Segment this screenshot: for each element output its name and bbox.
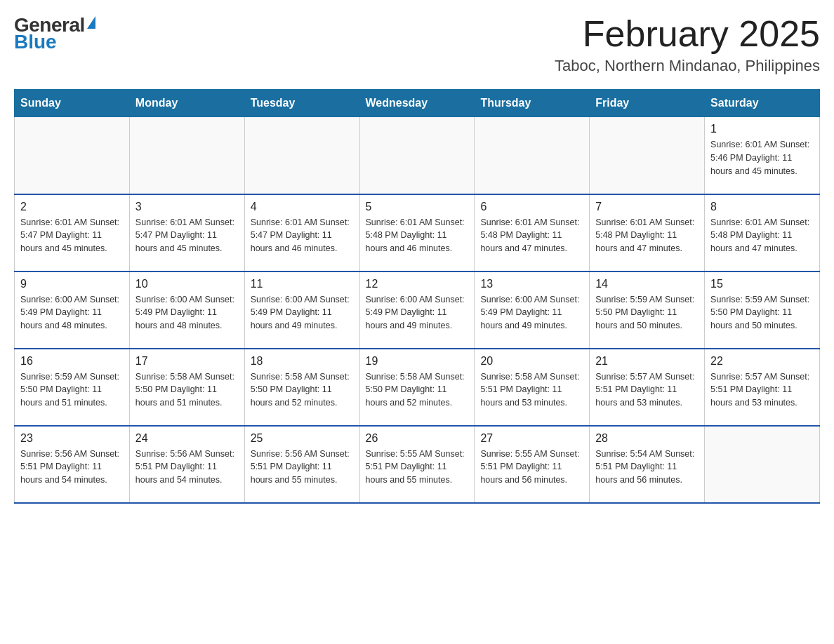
day-cell: 4Sunrise: 6:01 AM Sunset: 5:47 PM Daylig…	[244, 194, 359, 271]
day-cell: 2Sunrise: 6:01 AM Sunset: 5:47 PM Daylig…	[15, 194, 130, 271]
day-cell	[244, 117, 359, 194]
week-row-1: 1Sunrise: 6:01 AM Sunset: 5:46 PM Daylig…	[15, 117, 820, 194]
day-info: Sunrise: 5:55 AM Sunset: 5:51 PM Dayligh…	[480, 448, 583, 487]
week-row-4: 16Sunrise: 5:59 AM Sunset: 5:50 PM Dayli…	[15, 349, 820, 426]
day-cell: 7Sunrise: 6:01 AM Sunset: 5:48 PM Daylig…	[590, 194, 705, 271]
day-cell	[475, 117, 590, 194]
day-cell: 25Sunrise: 5:56 AM Sunset: 5:51 PM Dayli…	[244, 426, 359, 503]
day-cell	[590, 117, 705, 194]
day-number: 28	[595, 432, 699, 445]
logo: General Blue	[14, 14, 95, 53]
day-number: 7	[595, 201, 699, 213]
day-number: 27	[480, 432, 583, 445]
day-info: Sunrise: 6:01 AM Sunset: 5:46 PM Dayligh…	[710, 138, 814, 177]
day-info: Sunrise: 6:00 AM Sunset: 5:49 PM Dayligh…	[135, 293, 239, 333]
day-cell: 8Sunrise: 6:01 AM Sunset: 5:48 PM Daylig…	[705, 194, 820, 271]
day-number: 9	[20, 278, 124, 290]
logo-blue-text: Blue	[14, 31, 57, 53]
weekday-header-monday: Monday	[129, 90, 244, 117]
day-cell: 28Sunrise: 5:54 AM Sunset: 5:51 PM Dayli…	[590, 426, 705, 503]
day-cell: 22Sunrise: 5:57 AM Sunset: 5:51 PM Dayli…	[705, 349, 820, 426]
weekday-header-thursday: Thursday	[475, 90, 590, 117]
weekday-header-sunday: Sunday	[15, 90, 130, 117]
day-info: Sunrise: 5:56 AM Sunset: 5:51 PM Dayligh…	[135, 448, 239, 487]
day-info: Sunrise: 6:00 AM Sunset: 5:49 PM Dayligh…	[480, 293, 583, 333]
day-cell: 16Sunrise: 5:59 AM Sunset: 5:50 PM Dayli…	[15, 349, 130, 426]
day-info: Sunrise: 5:56 AM Sunset: 5:51 PM Dayligh…	[251, 448, 354, 487]
day-number: 18	[251, 355, 354, 368]
day-cell: 9Sunrise: 6:00 AM Sunset: 5:49 PM Daylig…	[15, 271, 130, 349]
day-info: Sunrise: 6:00 AM Sunset: 5:49 PM Dayligh…	[20, 293, 124, 333]
day-cell: 15Sunrise: 5:59 AM Sunset: 5:50 PM Dayli…	[705, 271, 820, 349]
page-header: General Blue February 2025 Taboc, Northe…	[14, 14, 820, 75]
logo-triangle-icon	[87, 16, 95, 29]
day-info: Sunrise: 6:01 AM Sunset: 5:48 PM Dayligh…	[595, 216, 699, 255]
day-cell: 23Sunrise: 5:56 AM Sunset: 5:51 PM Dayli…	[15, 426, 130, 503]
day-cell: 20Sunrise: 5:58 AM Sunset: 5:51 PM Dayli…	[475, 349, 590, 426]
title-section: February 2025 Taboc, Northern Mindanao, …	[555, 14, 820, 75]
day-number: 24	[135, 432, 239, 445]
day-info: Sunrise: 6:01 AM Sunset: 5:48 PM Dayligh…	[480, 216, 583, 255]
day-info: Sunrise: 5:56 AM Sunset: 5:51 PM Dayligh…	[20, 448, 124, 487]
weekday-header-wednesday: Wednesday	[359, 90, 475, 117]
day-number: 17	[135, 355, 239, 368]
day-info: Sunrise: 5:58 AM Sunset: 5:50 PM Dayligh…	[135, 370, 239, 410]
day-info: Sunrise: 5:59 AM Sunset: 5:50 PM Dayligh…	[710, 293, 814, 333]
day-cell: 6Sunrise: 6:01 AM Sunset: 5:48 PM Daylig…	[475, 194, 590, 271]
day-info: Sunrise: 6:01 AM Sunset: 5:48 PM Dayligh…	[710, 216, 814, 255]
day-info: Sunrise: 6:01 AM Sunset: 5:47 PM Dayligh…	[135, 216, 239, 255]
day-info: Sunrise: 5:54 AM Sunset: 5:51 PM Dayligh…	[595, 448, 699, 487]
day-info: Sunrise: 5:59 AM Sunset: 5:50 PM Dayligh…	[20, 370, 124, 410]
day-cell: 10Sunrise: 6:00 AM Sunset: 5:49 PM Dayli…	[129, 271, 244, 349]
day-info: Sunrise: 6:00 AM Sunset: 5:49 PM Dayligh…	[366, 293, 469, 333]
day-info: Sunrise: 5:59 AM Sunset: 5:50 PM Dayligh…	[595, 293, 699, 333]
day-info: Sunrise: 6:01 AM Sunset: 5:47 PM Dayligh…	[251, 216, 354, 255]
weekday-header-row: SundayMondayTuesdayWednesdayThursdayFrid…	[15, 90, 820, 117]
day-number: 20	[480, 355, 583, 368]
day-info: Sunrise: 5:55 AM Sunset: 5:51 PM Dayligh…	[366, 448, 469, 487]
day-number: 25	[251, 432, 354, 445]
week-row-3: 9Sunrise: 6:00 AM Sunset: 5:49 PM Daylig…	[15, 271, 820, 349]
day-cell	[129, 117, 244, 194]
day-info: Sunrise: 6:00 AM Sunset: 5:49 PM Dayligh…	[251, 293, 354, 333]
day-cell: 11Sunrise: 6:00 AM Sunset: 5:49 PM Dayli…	[244, 271, 359, 349]
day-number: 4	[251, 201, 354, 213]
day-number: 11	[251, 278, 354, 290]
day-cell: 17Sunrise: 5:58 AM Sunset: 5:50 PM Dayli…	[129, 349, 244, 426]
day-info: Sunrise: 5:57 AM Sunset: 5:51 PM Dayligh…	[710, 370, 814, 410]
day-cell: 24Sunrise: 5:56 AM Sunset: 5:51 PM Dayli…	[129, 426, 244, 503]
day-cell: 26Sunrise: 5:55 AM Sunset: 5:51 PM Dayli…	[359, 426, 475, 503]
day-number: 21	[595, 355, 699, 368]
day-cell: 12Sunrise: 6:00 AM Sunset: 5:49 PM Dayli…	[359, 271, 475, 349]
week-row-5: 23Sunrise: 5:56 AM Sunset: 5:51 PM Dayli…	[15, 426, 820, 503]
day-number: 1	[710, 123, 814, 135]
day-cell: 19Sunrise: 5:58 AM Sunset: 5:50 PM Dayli…	[359, 349, 475, 426]
day-number: 5	[366, 201, 469, 213]
day-number: 3	[135, 201, 239, 213]
day-cell: 5Sunrise: 6:01 AM Sunset: 5:48 PM Daylig…	[359, 194, 475, 271]
weekday-header-friday: Friday	[590, 90, 705, 117]
day-number: 12	[366, 278, 469, 290]
day-info: Sunrise: 6:01 AM Sunset: 5:47 PM Dayligh…	[20, 216, 124, 255]
day-info: Sunrise: 5:57 AM Sunset: 5:51 PM Dayligh…	[595, 370, 699, 410]
week-row-2: 2Sunrise: 6:01 AM Sunset: 5:47 PM Daylig…	[15, 194, 820, 271]
day-cell: 14Sunrise: 5:59 AM Sunset: 5:50 PM Dayli…	[590, 271, 705, 349]
day-number: 8	[710, 201, 814, 213]
day-number: 6	[480, 201, 583, 213]
day-cell: 13Sunrise: 6:00 AM Sunset: 5:49 PM Dayli…	[475, 271, 590, 349]
day-info: Sunrise: 5:58 AM Sunset: 5:50 PM Dayligh…	[251, 370, 354, 410]
day-cell	[359, 117, 475, 194]
day-info: Sunrise: 6:01 AM Sunset: 5:48 PM Dayligh…	[366, 216, 469, 255]
day-cell: 21Sunrise: 5:57 AM Sunset: 5:51 PM Dayli…	[590, 349, 705, 426]
day-cell	[15, 117, 130, 194]
day-number: 15	[710, 278, 814, 290]
day-info: Sunrise: 5:58 AM Sunset: 5:51 PM Dayligh…	[480, 370, 583, 410]
day-cell: 18Sunrise: 5:58 AM Sunset: 5:50 PM Dayli…	[244, 349, 359, 426]
day-cell: 27Sunrise: 5:55 AM Sunset: 5:51 PM Dayli…	[475, 426, 590, 503]
day-number: 22	[710, 355, 814, 368]
calendar-subtitle: Taboc, Northern Mindanao, Philippines	[555, 57, 820, 75]
day-number: 16	[20, 355, 124, 368]
day-info: Sunrise: 5:58 AM Sunset: 5:50 PM Dayligh…	[366, 370, 469, 410]
weekday-header-tuesday: Tuesday	[244, 90, 359, 117]
weekday-header-saturday: Saturday	[705, 90, 820, 117]
